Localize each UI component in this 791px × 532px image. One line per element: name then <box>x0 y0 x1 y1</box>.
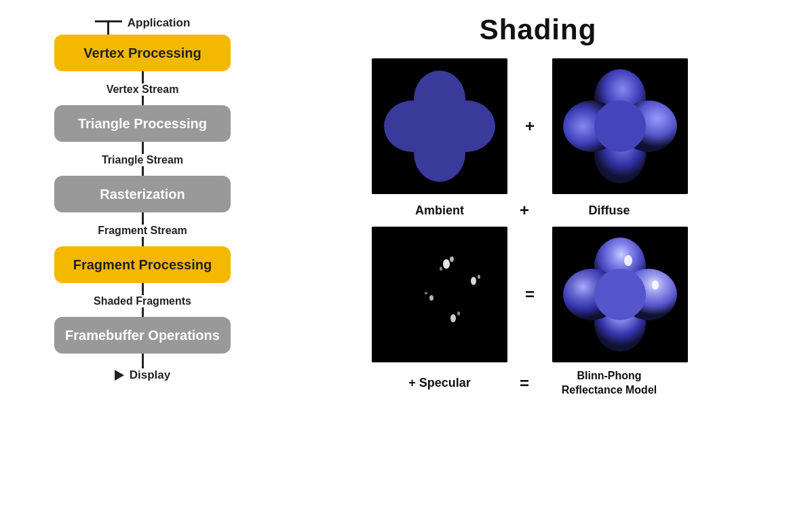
svg-point-15 <box>440 267 442 271</box>
triangle-stream-label: Triangle Stream <box>102 154 183 166</box>
vline-1 <box>142 71 144 83</box>
shading-grid: + <box>372 58 704 398</box>
diffuse-label: Diffuse <box>588 204 630 217</box>
left-panel: Application Vertex Processing Vertex Str… <box>0 0 285 532</box>
vline-3 <box>142 142 144 154</box>
blinnphong-label: Blinn-PhongReflectance Model <box>562 370 657 396</box>
framebuffer-box: Framebuffer Operations <box>54 317 231 354</box>
vertex-processing-section: Vertex Processing Vertex Stream <box>34 35 251 105</box>
top-image-row: + <box>372 58 704 194</box>
framebuffer-section: Framebuffer Operations <box>34 317 251 368</box>
shading-title: Shading <box>480 14 597 46</box>
framebuffer-label: Framebuffer Operations <box>65 328 220 343</box>
equals-operator: = <box>513 285 547 304</box>
plus-label-1: + <box>520 201 529 219</box>
fragment-processing-label: Fragment Processing <box>73 257 212 273</box>
vline-5 <box>142 212 144 225</box>
display-arrow-row: Display <box>34 368 251 382</box>
vertex-processing-label: Vertex Processing <box>83 45 201 61</box>
triangle-processing-box: Triangle Processing <box>54 105 231 142</box>
bottom-image-row: = <box>372 227 704 362</box>
bottom-labels-row: + Specular = Blinn-PhongReflectance Mode… <box>372 369 704 398</box>
vline-7 <box>142 283 144 295</box>
ambient-label: Ambient <box>415 204 464 217</box>
rasterization-section: Rasterization Fragment Stream <box>34 176 251 246</box>
vline-6 <box>142 237 144 246</box>
svg-point-17 <box>478 275 480 279</box>
svg-point-14 <box>450 256 454 262</box>
svg-point-18 <box>429 295 433 301</box>
svg-point-19 <box>425 292 427 294</box>
blinnphong-image <box>552 227 688 362</box>
top-section: Application <box>34 20 251 35</box>
svg-point-29 <box>652 280 659 290</box>
svg-point-16 <box>471 277 476 285</box>
svg-point-28 <box>624 255 632 266</box>
rasterization-box: Rasterization <box>54 176 231 212</box>
display-arrow-icon <box>115 370 124 381</box>
svg-point-20 <box>450 314 456 322</box>
plus-operator-1: + <box>513 117 547 136</box>
svg-point-5 <box>414 100 465 152</box>
vline-4 <box>142 166 144 176</box>
top-labels-row: Ambient + Diffuse <box>372 201 704 220</box>
display-label: Display <box>130 368 170 382</box>
vline-2 <box>142 96 144 105</box>
svg-point-21 <box>457 311 460 316</box>
svg-point-13 <box>443 259 450 269</box>
triangle-processing-section: Triangle Processing Triangle Stream <box>34 105 251 176</box>
specular-image <box>372 227 507 362</box>
rasterization-label: Rasterization <box>100 187 185 202</box>
svg-point-27 <box>594 269 646 320</box>
pipeline-container: Application Vertex Processing Vertex Str… <box>34 20 251 382</box>
shaded-fragments-label: Shaded Fragments <box>94 295 191 307</box>
vline-9 <box>142 354 144 368</box>
application-label: Application <box>128 16 191 29</box>
diffuse-image <box>552 58 688 194</box>
vline-8 <box>142 307 144 317</box>
ambient-image <box>372 58 507 194</box>
svg-rect-12 <box>372 227 507 362</box>
fragment-processing-section: Fragment Processing Shaded Fragments <box>34 246 251 317</box>
specular-label: + Specular <box>408 376 471 390</box>
equals-label: = <box>520 374 529 392</box>
tick-line-top <box>107 22 109 35</box>
fragment-processing-box: Fragment Processing <box>54 246 231 283</box>
vertex-stream-label: Vertex Stream <box>107 83 179 96</box>
triangle-processing-label: Triangle Processing <box>78 116 207 132</box>
vertex-processing-box: Vertex Processing <box>54 35 231 71</box>
svg-point-11 <box>594 100 646 152</box>
right-panel: Shading + <box>285 0 791 532</box>
fragment-stream-label: Fragment Stream <box>98 225 187 237</box>
